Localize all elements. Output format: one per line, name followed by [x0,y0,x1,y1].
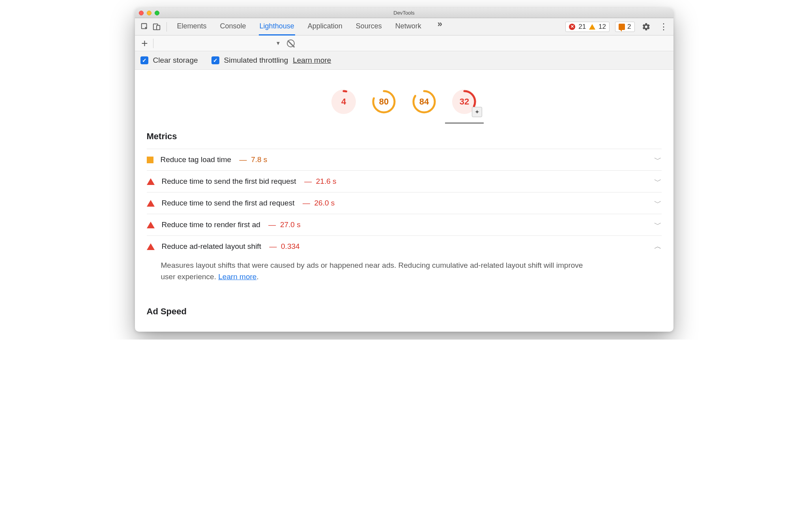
tab-lighthouse[interactable]: Lighthouse [259,18,295,35]
tab-network[interactable]: Network [395,18,422,35]
error-count: 21 [578,23,586,31]
kebab-menu-icon[interactable]: ⋮ [658,21,670,33]
score-gauge-3[interactable]: 32✦ [452,90,477,114]
select-element-icon[interactable] [139,21,151,33]
audit-description: Measures layout shifts that were caused … [147,257,597,291]
score-gauge-1[interactable]: 80 [372,90,396,114]
devtools-toolbar: Elements Console Lighthouse Application … [135,18,673,35]
console-issue-counts[interactable]: ✕ 21 12 [565,22,610,32]
audit-value: — 0.334 [265,242,300,251]
audit-title: Reduce time to send the first ad request [162,199,295,207]
svg-point-3 [333,91,354,112]
audit-title: Reduce tag load time [161,155,232,164]
tab-elements[interactable]: Elements [176,18,208,35]
more-tabs-icon[interactable]: » [434,18,446,30]
clear-storage-checkbox[interactable]: ✓ [140,56,148,64]
audit-value: — 7.8 s [235,155,267,164]
chevron-down-icon: ﹀ [654,176,662,187]
audit-value: — 27.0 s [264,220,301,229]
audit-row[interactable]: Reduce time to send the first ad request… [147,192,662,214]
window-titlebar: DevTools [135,8,673,18]
audit-title: Reduce time to send the first bid reques… [162,177,296,186]
tab-console[interactable]: Console [219,18,247,35]
settings-icon[interactable] [640,21,652,33]
audit-row[interactable]: Reduce time to render first ad — 27.0 s﹀ [147,214,662,235]
sub-divider [153,39,153,48]
tab-sources[interactable]: Sources [355,18,383,35]
lighthouse-subtoolbar: + ▼ [135,35,673,51]
chevron-down-icon: ﹀ [654,155,662,165]
lighthouse-options: ✓ Clear storage ✓ Simulated throttling L… [135,51,673,70]
tab-application[interactable]: Application [307,18,343,35]
toolbar-right: ✕ 21 12 2 ⋮ [565,21,669,33]
learn-more-link[interactable]: Learn more [218,273,256,281]
simulated-throttling-checkbox[interactable]: ✓ [211,56,219,64]
gauge-ring-icon [331,90,356,114]
chevron-down-icon: ﹀ [654,198,662,208]
chevron-down-icon: ﹀ [654,220,662,230]
simulated-throttling-label: Simulated throttling [224,56,288,65]
metrics-heading: Metrics [147,131,662,142]
devtools-window: DevTools Elements Console Lighthouse App… [135,8,673,332]
issues-icon [619,24,625,30]
window-title: DevTools [135,10,673,16]
gauge-score: 80 [379,97,389,107]
warning-icon [589,24,595,30]
toolbar-divider [166,22,167,32]
error-icon: ✕ [569,24,575,30]
status-triangle-icon [147,222,155,228]
plugin-badge-icon: ✦ [472,107,482,117]
gauge-score: 84 [419,97,429,107]
score-gauge-0[interactable]: 4 [331,90,356,114]
status-triangle-icon [147,200,155,207]
ad-speed-heading: Ad Speed [147,306,662,317]
audit-list: Reduce tag load time — 7.8 s﹀Reduce time… [147,149,662,291]
status-triangle-icon [147,178,155,185]
svg-rect-2 [157,25,160,30]
gauge-fill: 84 [412,90,436,114]
status-triangle-icon [147,243,155,250]
audit-value: — 26.0 s [298,199,335,207]
status-square-icon [147,157,153,163]
audit-title: Reduce time to render first ad [162,220,260,229]
learn-more-link[interactable]: Learn more [293,56,331,65]
audit-value: — 21.6 s [300,177,337,186]
chevron-up-icon: ︿ [654,241,662,252]
audit-title: Reduce ad-related layout shift [162,242,261,251]
warning-count: 12 [599,23,606,31]
issues-count[interactable]: 2 [615,22,634,32]
new-report-button[interactable]: + [139,38,151,49]
issues-number: 2 [627,23,631,31]
audit-row[interactable]: Reduce ad-related layout shift — 0.334︿ [147,235,662,257]
audit-row[interactable]: Reduce tag load time — 7.8 s﹀ [147,149,662,170]
audit-row[interactable]: Reduce time to send the first bid reques… [147,170,662,192]
score-gauges: 4808432✦ [135,70,673,126]
clear-storage-label: Clear storage [153,56,198,65]
gauge-fill: 80 [372,90,396,114]
panel-tabs: Elements Console Lighthouse Application … [176,18,446,35]
metrics-section: Metrics Reduce tag load time — 7.8 s﹀Red… [135,131,673,317]
score-gauge-2[interactable]: 84 [412,90,436,114]
clear-icon[interactable] [287,39,295,47]
report-dropdown-icon[interactable]: ▼ [276,40,281,46]
device-toolbar-icon[interactable] [151,21,163,33]
